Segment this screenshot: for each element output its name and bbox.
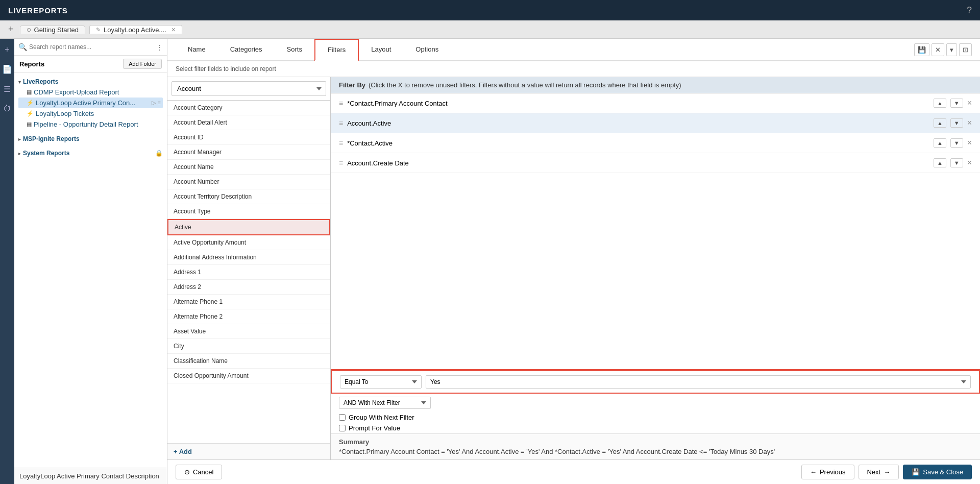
- tab-getting-started-label: Getting Started: [34, 26, 79, 34]
- field-item-alternate-phone-2[interactable]: Alternate Phone 2: [167, 309, 330, 324]
- tab-layout[interactable]: Layout: [359, 39, 403, 61]
- dropdown-icon-btn[interactable]: ▾: [946, 43, 957, 56]
- arrow-down-button[interactable]: ▼: [950, 99, 963, 108]
- arrow-up-button[interactable]: ▲: [934, 99, 946, 108]
- remove-filter-button-4[interactable]: ×: [967, 158, 972, 167]
- field-item-address-2[interactable]: Address 2: [167, 280, 330, 295]
- next-button[interactable]: Next →: [859, 465, 899, 479]
- tab-loyaltyloop[interactable]: ✎ LoyaltyLoop Active.... ×: [89, 25, 182, 34]
- help-icon[interactable]: ?: [967, 5, 972, 16]
- drag-handle-icon-2[interactable]: ≡: [339, 119, 343, 127]
- logic-select[interactable]: AND With Next Filter OR With Next Filter: [339, 397, 431, 409]
- close-icon-btn[interactable]: ✕: [932, 43, 944, 56]
- prompt-for-value-checkbox[interactable]: [339, 425, 346, 431]
- filter-row-contact-active: ≡ *Contact.Active ▲ ▼ ×: [331, 133, 980, 153]
- tab-list: + ⊙ Getting Started ✎ LoyaltyLoop Active…: [4, 20, 184, 38]
- previous-button[interactable]: ← Previous: [801, 465, 854, 479]
- field-item-address-1[interactable]: Address 1: [167, 265, 330, 280]
- save-icon-btn[interactable]: 💾: [914, 43, 929, 56]
- field-item-alternate-phone-1[interactable]: Alternate Phone 1: [167, 295, 330, 309]
- filter-instruction: Select filter fields to include on repor…: [167, 61, 980, 77]
- tab-sorts[interactable]: Sorts: [275, 39, 314, 61]
- tab-filters[interactable]: Filters: [314, 39, 359, 61]
- field-item-account-category[interactable]: Account Category: [167, 101, 330, 115]
- value-select[interactable]: Yes No: [426, 375, 971, 389]
- drag-handle-icon-3[interactable]: ≡: [339, 139, 343, 147]
- field-item-account-name[interactable]: Account Name: [167, 160, 330, 175]
- previous-label: Previous: [820, 468, 846, 476]
- nav-plus-icon[interactable]: +: [3, 43, 11, 56]
- search-options-icon[interactable]: ⋮: [156, 43, 163, 51]
- tab-categories[interactable]: Categories: [218, 39, 275, 61]
- remove-filter-button-3[interactable]: ×: [967, 138, 972, 148]
- field-item-account-number[interactable]: Account Number: [167, 175, 330, 189]
- search-input[interactable]: [29, 43, 154, 51]
- tree-item-pipeline[interactable]: ▦ Pipeline - Opportunity Detail Report: [18, 119, 163, 130]
- filter-by-hint: (Click the X to remove unused filters. F…: [369, 81, 681, 89]
- field-item-account-id[interactable]: Account ID: [167, 130, 330, 145]
- remove-filter-button-2[interactable]: ×: [967, 118, 972, 128]
- drag-handle-icon[interactable]: ≡: [339, 99, 343, 107]
- add-folder-button[interactable]: Add Folder: [123, 59, 162, 69]
- tree-item-loyaltyloop-active[interactable]: ⚡ LoyaltyLoop Active Primary Con... ▷ ≡: [18, 98, 163, 108]
- arrow-up-button-3[interactable]: ▲: [934, 138, 946, 148]
- content-area: Name Categories Sorts Filters Layout Opt…: [167, 39, 980, 484]
- nav-clock-icon[interactable]: ⏱: [1, 102, 13, 115]
- condition-select[interactable]: Equal To Not Equal To Is Empty Is Not Em…: [340, 375, 422, 389]
- folder-msp-ignite-header[interactable]: ▸ MSP-Ignite Reports: [18, 134, 163, 144]
- field-item-classification-name[interactable]: Classification Name: [167, 354, 330, 369]
- chevron-right-icon: ▸: [18, 136, 21, 142]
- bolt-icon-2: ⚡: [27, 110, 34, 117]
- nav-doc-icon[interactable]: 📄: [0, 62, 14, 76]
- arrow-down-button-2[interactable]: ▼: [950, 118, 963, 128]
- folder-livereports-header[interactable]: ▾ LiveReports: [18, 77, 163, 87]
- field-item-asset-value[interactable]: Asset Value: [167, 324, 330, 339]
- field-dropdown-container: Account Contact Opportunity: [167, 77, 330, 101]
- cancel-label: Cancel: [193, 468, 213, 476]
- folder-msp-ignite: ▸ MSP-Ignite Reports: [14, 132, 167, 146]
- nav-list-icon[interactable]: ☰: [2, 82, 13, 96]
- cancel-button[interactable]: ⊙ Cancel: [176, 465, 222, 479]
- window-icon-btn[interactable]: ⊡: [959, 43, 972, 56]
- add-filter-button[interactable]: + Add: [174, 448, 192, 455]
- tree-item-cdmp[interactable]: ▦ CDMP Export-Upload Report: [18, 87, 163, 98]
- report-icon: ▦: [27, 89, 32, 95]
- add-tab-button[interactable]: +: [4, 24, 18, 35]
- field-item-city[interactable]: City: [167, 339, 330, 354]
- tab-name[interactable]: Name: [176, 39, 218, 61]
- arrow-down-button-4[interactable]: ▼: [950, 158, 963, 167]
- drag-handle-icon-4[interactable]: ≡: [339, 159, 343, 167]
- field-item-account-territory[interactable]: Account Territory Description: [167, 189, 330, 204]
- save-close-button[interactable]: 💾 Save & Close: [903, 465, 972, 479]
- field-item-account-detail-alert[interactable]: Account Detail Alert: [167, 115, 330, 130]
- field-item-account-type[interactable]: Account Type: [167, 204, 330, 219]
- folder-system-header[interactable]: ▸ System Reports 🔒: [18, 148, 163, 158]
- tab-loyaltyloop-close[interactable]: ×: [172, 26, 176, 34]
- field-item-active-opportunity[interactable]: Active Opportunity Amount: [167, 235, 330, 250]
- play-icon[interactable]: ▷: [152, 100, 156, 106]
- remove-filter-button[interactable]: ×: [967, 99, 972, 108]
- field-item-active[interactable]: Active: [167, 219, 330, 235]
- arrow-up-button-2[interactable]: ▲: [934, 118, 946, 128]
- search-bar: 🔍 ⋮: [14, 39, 167, 56]
- tree-item-loyaltyloop-tickets[interactable]: ⚡ LoyaltyLoop Tickets: [18, 108, 163, 119]
- filter-by-label: Filter By: [339, 81, 365, 89]
- filter-condition-row: Equal To Not Equal To Is Empty Is Not Em…: [331, 370, 980, 394]
- field-item-account-manager[interactable]: Account Manager: [167, 145, 330, 160]
- next-arrow-icon: →: [884, 468, 890, 476]
- arrow-down-button-3[interactable]: ▼: [950, 138, 963, 148]
- tree-item-loyaltyloop-label: LoyaltyLoop Active Primary Con...: [36, 99, 135, 107]
- group-with-next-checkbox[interactable]: [339, 414, 346, 421]
- prompt-for-value-row: Prompt For Value: [331, 423, 980, 433]
- arrow-up-button-4[interactable]: ▲: [934, 158, 946, 167]
- chevron-down-icon: ▾: [18, 79, 21, 85]
- folder-livereports: ▾ LiveReports ▦ CDMP Export-Upload Repor…: [14, 75, 167, 132]
- filter-row-label: *Contact.Primary Account Contact: [347, 100, 929, 107]
- menu-icon[interactable]: ≡: [158, 100, 161, 106]
- field-category-select[interactable]: Account Contact Opportunity: [172, 81, 326, 96]
- tab-getting-started[interactable]: ⊙ Getting Started: [20, 26, 85, 34]
- prev-arrow-icon: ←: [810, 468, 817, 476]
- tab-options[interactable]: Options: [403, 39, 451, 61]
- field-item-closed-opportunity[interactable]: Closed Opportunity Amount: [167, 369, 330, 383]
- field-item-additional-address[interactable]: Additional Address Information: [167, 250, 330, 265]
